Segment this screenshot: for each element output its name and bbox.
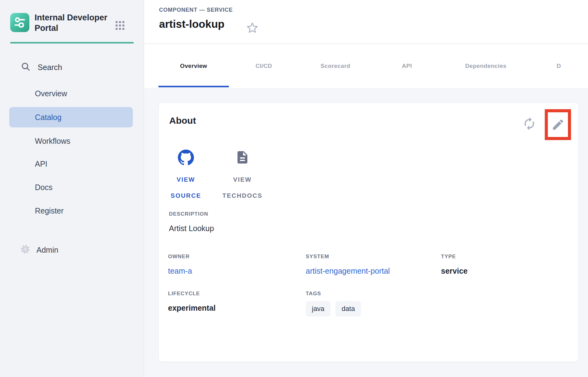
tab-label: Overview [180,63,207,69]
sidebar-item-catalog[interactable]: Catalog [9,107,133,127]
sidebar-item-label: Catalog [35,113,61,122]
system-value-link[interactable]: artist-engagement-portal [306,267,390,276]
sidebar-item-label: Overview [35,89,67,98]
gear-icon [20,244,31,256]
type-label: TYPE [441,254,456,260]
system-label: SYSTEM [306,254,329,260]
annotation-highlight-box [545,109,571,140]
type-value: service [441,267,468,276]
page-title: artist-lookup [159,18,225,30]
sidebar-item-label: Admin [36,246,58,255]
sidebar-item-register[interactable]: Register [9,204,133,218]
sidebar-item-label: Docs [35,183,52,192]
tab-label: Scorecard [321,63,351,69]
apps-grid-icon[interactable] [116,21,124,30]
view-techdocs-label: VIEW TECHDOCS [216,172,269,204]
sidebar: Internal Developer Portal Search Overvie… [0,0,144,377]
tab-truncated[interactable]: D [530,44,588,88]
tab-dependencies[interactable]: Dependencies [442,44,530,88]
tag-chip[interactable]: java [306,301,330,317]
about-card: About VIEW SOURCE [158,103,579,362]
tab-api[interactable]: API [372,44,442,88]
sidebar-item-label: Search [38,63,62,72]
description-value: Artist Lookup [169,224,214,233]
edit-pencil-icon[interactable] [551,118,565,131]
breadcrumb-eyebrow: COMPONENT — SERVICE [159,7,233,13]
tab-label: D [556,63,561,69]
brand: Internal Developer Portal [10,13,29,32]
owner-label: OWNER [168,254,190,260]
github-icon [178,149,194,167]
lifecycle-value: experimental [168,304,216,313]
tab-scorecard[interactable]: Scorecard [299,44,372,88]
app-logo-icon [10,13,29,32]
sidebar-item-workflows[interactable]: Workflows [9,134,133,148]
document-icon [235,149,250,167]
view-source-label: VIEW SOURCE [164,172,208,204]
view-techdocs-link[interactable]: VIEW TECHDOCS [216,149,269,204]
description-label: DESCRIPTION [169,211,208,217]
sidebar-item-label: Workflows [35,137,70,146]
tab-cicd[interactable]: CI/CD [229,44,299,88]
sidebar-item-admin[interactable]: Admin [20,243,58,257]
view-source-link[interactable]: VIEW SOURCE [164,149,208,204]
app-title: Internal Developer Portal [35,12,112,33]
sidebar-item-docs[interactable]: Docs [9,180,133,194]
brand-accent-rule [10,42,134,44]
tab-label: CI/CD [256,63,272,69]
sidebar-item-label: Register [35,206,64,215]
tags-label: TAGS [306,291,321,297]
tab-label: Dependencies [465,63,506,69]
tab-label: API [402,63,412,69]
sidebar-item-label: API [35,160,47,168]
sidebar-item-overview[interactable]: Overview [9,87,133,100]
star-icon[interactable] [246,22,258,34]
sidebar-item-api[interactable]: API [9,157,133,171]
page-header: COMPONENT — SERVICE artist-lookup [144,0,588,44]
tag-chip[interactable]: data [335,301,361,317]
tags-list: java data [306,301,361,317]
tab-overview[interactable]: Overview [158,44,229,88]
content-area: About VIEW SOURCE [144,88,588,377]
owner-value-link[interactable]: team-a [168,267,192,276]
card-title: About [169,115,196,126]
tab-bar: Overview CI/CD Scorecard API Dependencie… [144,44,588,88]
lifecycle-label: LIFECYCLE [168,291,200,297]
search-icon [20,61,31,73]
refresh-icon[interactable] [522,117,536,131]
main-area: COMPONENT — SERVICE artist-lookup Overvi… [144,0,588,377]
sidebar-item-search[interactable]: Search [20,60,62,74]
